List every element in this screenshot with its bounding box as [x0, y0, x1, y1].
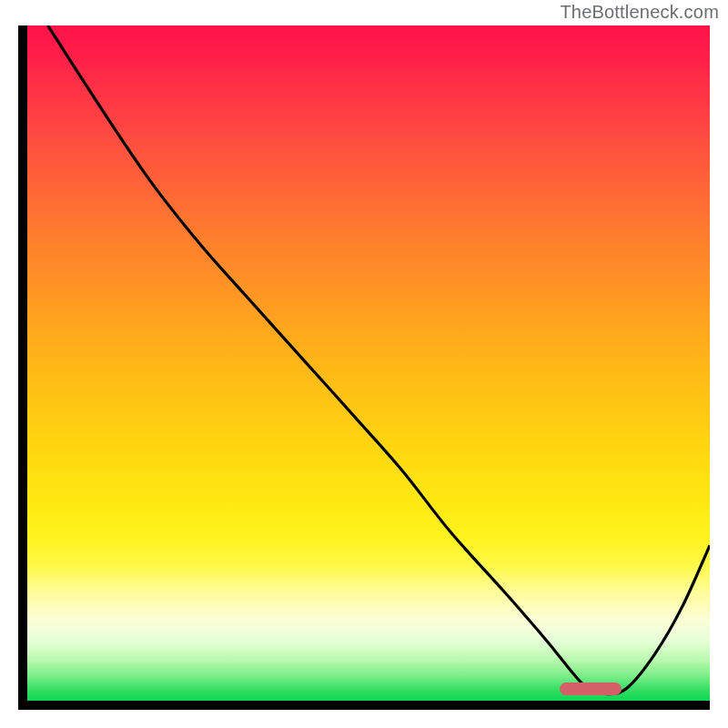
- optimal-range-marker: [560, 682, 622, 695]
- gradient-background: [27, 25, 710, 701]
- chart-area: [18, 25, 710, 710]
- attribution-text: TheBottleneck.com: [560, 2, 719, 23]
